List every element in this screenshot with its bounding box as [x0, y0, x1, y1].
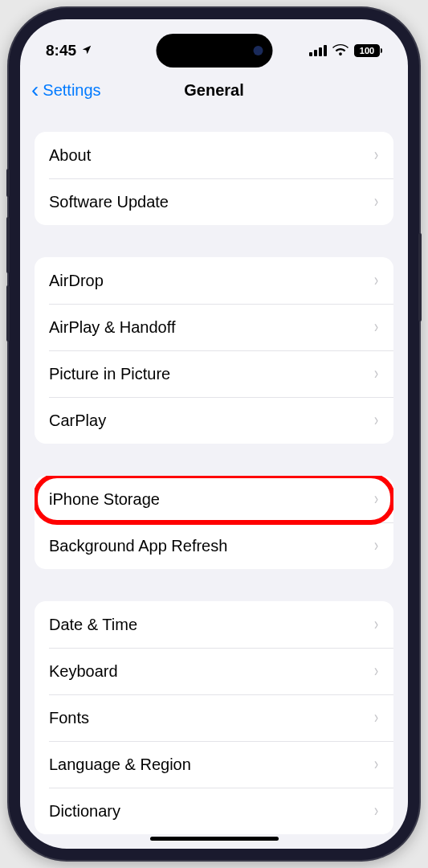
row-label: About: [49, 146, 91, 165]
row-language-region[interactable]: Language & Region›: [35, 741, 393, 788]
settings-group: Date & Time›Keyboard›Fonts›Language & Re…: [35, 601, 393, 834]
row-software-update[interactable]: Software Update›: [35, 178, 393, 225]
chevron-right-icon: ›: [374, 363, 378, 384]
chevron-right-icon: ›: [374, 614, 378, 635]
row-label: Software Update: [49, 193, 169, 211]
row-label: AirPlay & Handoff: [49, 318, 176, 337]
row-label: Date & Time: [49, 616, 137, 634]
back-label: Settings: [43, 81, 100, 100]
settings-content[interactable]: About›Software Update›AirDrop›AirPlay & …: [20, 113, 408, 834]
page-title: General: [184, 81, 243, 100]
row-label: iPhone Storage: [49, 490, 160, 509]
cellular-icon: [309, 45, 327, 56]
row-label: Background App Refresh: [49, 537, 227, 555]
settings-group: About›Software Update›: [35, 132, 393, 225]
device-frame: 8:45 100 ‹ Settings General: [9, 8, 419, 860]
home-indicator[interactable]: [150, 837, 279, 841]
chevron-right-icon: ›: [374, 145, 378, 166]
dynamic-island: [156, 34, 272, 68]
battery-icon: 100: [354, 44, 382, 57]
chevron-right-icon: ›: [374, 191, 378, 212]
settings-group: iPhone Storage›Background App Refresh›: [35, 476, 393, 569]
row-date-time[interactable]: Date & Time›: [35, 601, 393, 648]
screen: 8:45 100 ‹ Settings General: [20, 19, 408, 849]
row-iphone-storage[interactable]: iPhone Storage›: [35, 476, 393, 522]
row-dictionary[interactable]: Dictionary›: [35, 788, 393, 834]
chevron-right-icon: ›: [374, 270, 378, 291]
row-background-app-refresh[interactable]: Background App Refresh›: [35, 522, 393, 569]
location-icon: [81, 42, 92, 59]
chevron-left-icon: ‹: [31, 79, 39, 101]
row-about[interactable]: About›: [35, 132, 393, 178]
chevron-right-icon: ›: [374, 754, 378, 775]
row-airdrop[interactable]: AirDrop›: [35, 257, 393, 304]
row-picture-in-picture[interactable]: Picture in Picture›: [35, 350, 393, 397]
chevron-right-icon: ›: [374, 317, 378, 338]
chevron-right-icon: ›: [374, 489, 378, 510]
row-fonts[interactable]: Fonts›: [35, 694, 393, 741]
chevron-right-icon: ›: [374, 535, 378, 556]
row-label: CarPlay: [49, 411, 106, 430]
chevron-right-icon: ›: [374, 661, 378, 682]
wifi-icon: [332, 42, 349, 59]
chevron-right-icon: ›: [374, 410, 378, 431]
row-label: Fonts: [49, 709, 89, 727]
chevron-right-icon: ›: [374, 707, 378, 728]
row-label: Keyboard: [49, 662, 118, 681]
row-label: Dictionary: [49, 802, 120, 821]
row-label: Language & Region: [49, 755, 191, 774]
row-carplay[interactable]: CarPlay›: [35, 397, 393, 444]
row-label: AirDrop: [49, 272, 104, 290]
chevron-right-icon: ›: [374, 800, 378, 821]
row-keyboard[interactable]: Keyboard›: [35, 648, 393, 694]
settings-group: AirDrop›AirPlay & Handoff›Picture in Pic…: [35, 257, 393, 444]
nav-bar: ‹ Settings General: [20, 68, 408, 113]
status-time: 8:45: [46, 42, 76, 59]
row-label: Picture in Picture: [49, 365, 170, 383]
row-airplay-handoff[interactable]: AirPlay & Handoff›: [35, 304, 393, 350]
back-button[interactable]: ‹ Settings: [31, 79, 101, 101]
